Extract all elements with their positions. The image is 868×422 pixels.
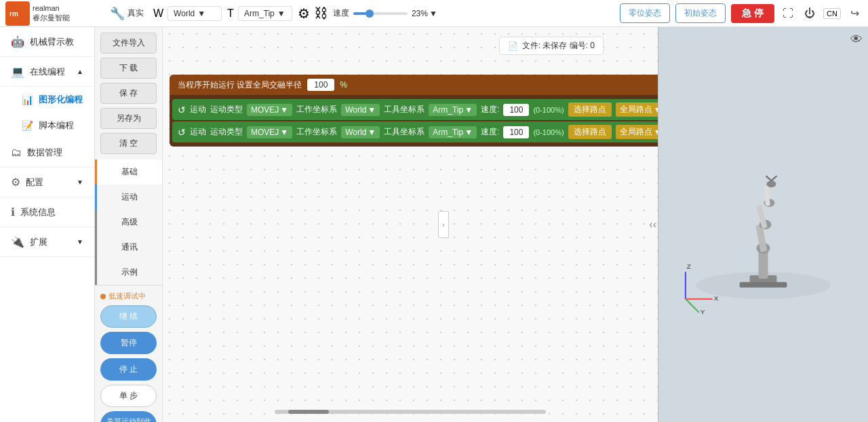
- robot-3d-view: Z X Y: [658, 27, 868, 422]
- logout-icon[interactable]: ↪: [846, 5, 863, 22]
- block2-select-point-button[interactable]: 选择路点: [568, 125, 612, 139]
- block2-coord-dropdown[interactable]: World ▼: [341, 126, 380, 138]
- sidebar-item-extensions-label: 扩展: [30, 236, 47, 248]
- pause-button[interactable]: 暂停: [100, 332, 157, 354]
- sidebar-item-script-programming[interactable]: 📝 脚本编程: [0, 113, 94, 138]
- topbar: rm realman 睿尔曼智能 🔧 真实 W World ▼ T Arm_Ti…: [0, 0, 868, 27]
- sidebar-item-graphical-programming[interactable]: 📊 图形化编程: [0, 87, 94, 113]
- speed-chevron-icon: ▼: [429, 9, 437, 18]
- init-pos-button[interactable]: 初始姿态: [675, 3, 726, 23]
- canvas-horizontal-scrollbar[interactable]: [275, 410, 546, 414]
- block2-speed-range: (0-100%): [533, 128, 564, 136]
- sidebar-item-arm-teaching[interactable]: 🤖 机械臂示教: [0, 27, 94, 57]
- block1-speed-range: (0-100%): [533, 106, 564, 114]
- block1-coord-label: 工作坐标系: [296, 104, 337, 115]
- speed-slider[interactable]: [353, 12, 408, 15]
- sidebar-item-arm-teaching-label: 机械臂示教: [30, 36, 74, 48]
- start-block-label: 当程序开始运行 设置全局交融半径: [178, 79, 302, 91]
- block2-move-type-dropdown[interactable]: MOVEJ ▼: [247, 126, 292, 138]
- step-button[interactable]: 单 步: [100, 385, 157, 407]
- svg-text:Y: Y: [701, 308, 705, 315]
- clear-button[interactable]: 清 空: [100, 133, 157, 154]
- block1-select-point-button[interactable]: 选择路点: [568, 102, 612, 117]
- canvas-scrollbar-thumb[interactable]: [288, 410, 329, 414]
- tab-example[interactable]: 示例: [95, 260, 162, 285]
- svg-rect-14: [740, 282, 787, 288]
- debug-section: 低速调试中 继 续 暂停 停 止 单 步 关节运动到此处 直线运动到此处: [95, 285, 162, 422]
- speed-dropdown[interactable]: 23% ▼: [412, 9, 437, 18]
- block2-all-points-dropdown[interactable]: 全局路点 ▼: [616, 125, 658, 139]
- canvas-area: 📄 文件: 未保存 编号: 0 当程序开始运行 设置全局交融半径 % ✕ ↺: [163, 27, 658, 422]
- block2-coord-chevron-icon: ▼: [368, 128, 376, 137]
- block2-speed-input[interactable]: [503, 126, 529, 138]
- main-layout: 🤖 机械臂示教 💻 在线编程 ▲ 📊 图形化编程 📝 脚本编程 🗂 数据管理 ⚙…: [0, 27, 868, 422]
- block1-tool-dropdown[interactable]: Arm_Tip ▼: [429, 104, 477, 116]
- scroll-up-icon[interactable]: ‹‹: [649, 218, 656, 231]
- tab-comm[interactable]: 通讯: [95, 235, 162, 260]
- block2-drag-handle-icon[interactable]: ↺: [178, 127, 186, 138]
- lang-badge[interactable]: CN: [823, 8, 841, 19]
- global-radius-input[interactable]: [307, 79, 334, 91]
- block1-all-points-dropdown[interactable]: 全局路点 ▼: [616, 102, 658, 117]
- file-status-text: 文件: 未保存 编号: 0: [522, 40, 595, 52]
- block-inner-rows: ↺ 运动 运动类型 MOVEJ ▼ 工作坐标系 World ▼ 工具坐标系: [170, 95, 658, 147]
- joint-move-button[interactable]: 关节运动到此处: [100, 411, 157, 422]
- block1-coord-dropdown[interactable]: World ▼: [341, 104, 380, 116]
- svg-point-11: [766, 180, 776, 187]
- debug-status-label: 低速调试中: [108, 291, 146, 301]
- tab-basic[interactable]: 基础: [95, 159, 162, 185]
- online-programming-chevron-icon: ▲: [77, 68, 83, 75]
- sidebar-item-online-programming[interactable]: 💻 在线编程 ▲: [0, 57, 94, 87]
- graphical-programming-icon: 📊: [22, 94, 33, 105]
- save-as-button[interactable]: 另存为: [100, 108, 157, 129]
- sidebar-item-script-programming-label: 脚本编程: [39, 119, 74, 132]
- script-programming-icon: 📝: [22, 120, 33, 131]
- file-buttons: 文件导入 下 载 保 存 另存为 清 空: [95, 27, 162, 159]
- extensions-icon: 🔌: [11, 235, 24, 248]
- block1-drag-handle-icon[interactable]: ↺: [178, 104, 186, 115]
- block1-tool-chevron-icon: ▼: [465, 105, 473, 115]
- fullscreen-icon[interactable]: ⛶: [780, 5, 796, 22]
- svg-text:X: X: [714, 294, 719, 302]
- sidebar-item-data-management[interactable]: 🗂 数据管理: [0, 138, 94, 168]
- mode-label: 真实: [127, 7, 144, 19]
- block-panel: 文件导入 下 载 保 存 另存为 清 空 基础 运动 高级 通讯 示例 低速调试…: [95, 27, 163, 422]
- motion-block-2: ↺ 运动 运动类型 MOVEJ ▼ 工作坐标系 World ▼ 工具坐标系: [172, 121, 658, 142]
- blocks-container: 当程序开始运行 设置全局交融半径 % ✕ ↺ 运动 运动类型 MOVEJ ▼: [170, 75, 658, 147]
- tool-dropdown[interactable]: Arm_Tip ▼: [238, 6, 292, 21]
- file-icon: 📄: [508, 41, 518, 51]
- continue-button[interactable]: 继 续: [100, 305, 157, 328]
- block2-move-label: 运动: [190, 126, 206, 138]
- file-status-bar: 📄 文件: 未保存 编号: 0: [499, 37, 604, 55]
- debug-status: 低速调试中: [100, 291, 157, 301]
- svg-text:Z: Z: [687, 263, 691, 270]
- estop-button[interactable]: 急 停: [731, 4, 774, 23]
- power-icon[interactable]: ⏻: [802, 5, 818, 22]
- zero-pos-button[interactable]: 零位姿态: [620, 3, 670, 23]
- percent-label: %: [340, 80, 347, 90]
- save-button[interactable]: 保 存: [100, 83, 157, 104]
- svg-line-17: [686, 299, 699, 313]
- download-button[interactable]: 下 载: [100, 58, 157, 79]
- svg-line-13: [766, 176, 771, 180]
- tab-advanced[interactable]: 高级: [95, 210, 162, 235]
- tool-section: T Arm_Tip ▼: [227, 6, 292, 21]
- collapse-right-panel-button[interactable]: ›: [438, 211, 449, 238]
- sidebar-item-config[interactable]: ⚙ 配置 ▼: [0, 168, 94, 197]
- block1-speed-label: 速度:: [481, 104, 499, 115]
- sidebar-item-extensions[interactable]: 🔌 扩展 ▼: [0, 227, 94, 257]
- config-chevron-icon: ▼: [77, 178, 83, 186]
- sidebar-item-system-info[interactable]: ℹ 系统信息: [0, 197, 94, 227]
- block1-move-type-dropdown[interactable]: MOVEJ ▼: [247, 104, 292, 116]
- block2-tool-dropdown[interactable]: Arm_Tip ▼: [429, 126, 477, 138]
- block2-speed-label: 速度:: [481, 126, 499, 138]
- import-button[interactable]: 文件导入: [100, 33, 157, 54]
- tab-motion[interactable]: 运动: [95, 185, 162, 210]
- stop-button[interactable]: 停 止: [100, 358, 157, 381]
- coord-dropdown[interactable]: World ▼: [167, 6, 222, 21]
- topbar-collapse-btn[interactable]: ‹‹: [649, 218, 656, 231]
- program-start-block[interactable]: 当程序开始运行 设置全局交融半径 % ✕: [170, 75, 658, 95]
- block1-move-type-label: 运动类型: [210, 104, 243, 115]
- mode-icon-btn[interactable]: 🔧 真实: [106, 4, 148, 23]
- block1-speed-input[interactable]: [503, 104, 529, 116]
